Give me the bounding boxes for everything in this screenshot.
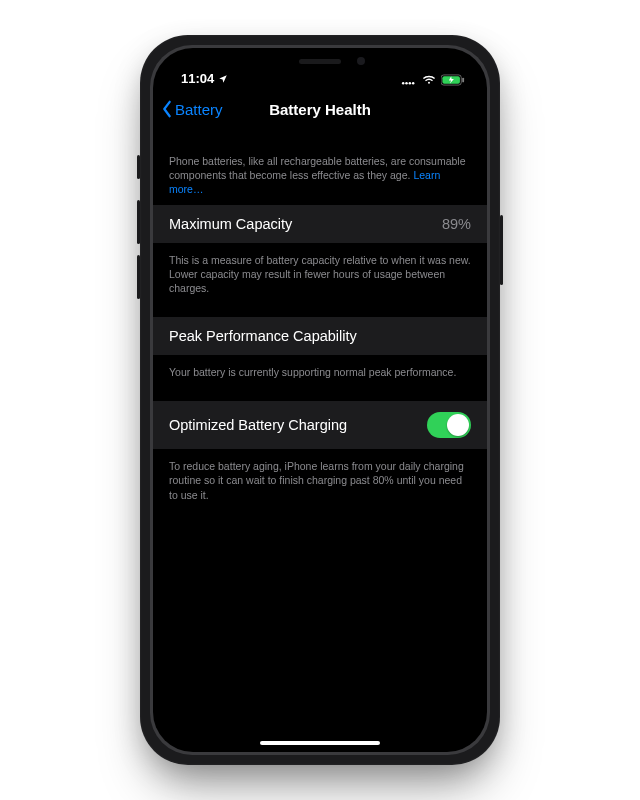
volume-down-button [137,255,140,299]
home-indicator[interactable] [260,741,380,745]
max-capacity-footer: This is a measure of battery capacity re… [153,243,487,304]
location-icon [218,74,228,84]
svg-point-0 [402,82,405,85]
svg-point-1 [405,82,408,85]
nav-bar: Battery Battery Health [153,88,487,130]
svg-point-3 [412,82,415,85]
peak-performance-cell[interactable]: Peak Performance Capability [153,317,487,355]
front-camera [357,57,365,65]
page-title: Battery Health [269,101,371,118]
optimized-charging-cell: Optimized Battery Charging [153,401,487,449]
peak-performance-label: Peak Performance Capability [169,328,357,344]
max-capacity-cell: Maximum Capacity 89% [153,205,487,243]
signal-icon [401,75,417,85]
mute-switch [137,155,140,179]
power-button [500,215,503,285]
chevron-left-icon [161,100,173,118]
max-capacity-label: Maximum Capacity [169,216,292,232]
volume-up-button [137,200,140,244]
screen: 11:04 [153,48,487,752]
back-button[interactable]: Battery [161,100,223,118]
content: Phone batteries, like all rechargeable b… [153,130,487,510]
peak-performance-footer: Your battery is currently supporting nor… [153,355,487,387]
speaker-grill [299,59,341,64]
optimized-charging-toggle[interactable] [427,412,471,438]
back-label: Battery [175,101,223,118]
status-time: 11:04 [181,71,214,86]
intro-footer: Phone batteries, like all rechargeable b… [153,130,487,205]
notch [235,48,405,74]
svg-rect-7 [462,78,464,83]
max-capacity-value: 89% [442,216,471,232]
svg-point-2 [409,82,412,85]
optimized-charging-label: Optimized Battery Charging [169,417,347,433]
optimized-charging-footer: To reduce battery aging, iPhone learns f… [153,449,487,510]
toggle-knob [447,414,469,436]
svg-point-4 [428,82,430,84]
battery-icon [441,74,465,86]
device-frame: 11:04 [140,35,500,765]
wifi-icon [422,75,436,85]
device-bezel: 11:04 [150,45,490,755]
